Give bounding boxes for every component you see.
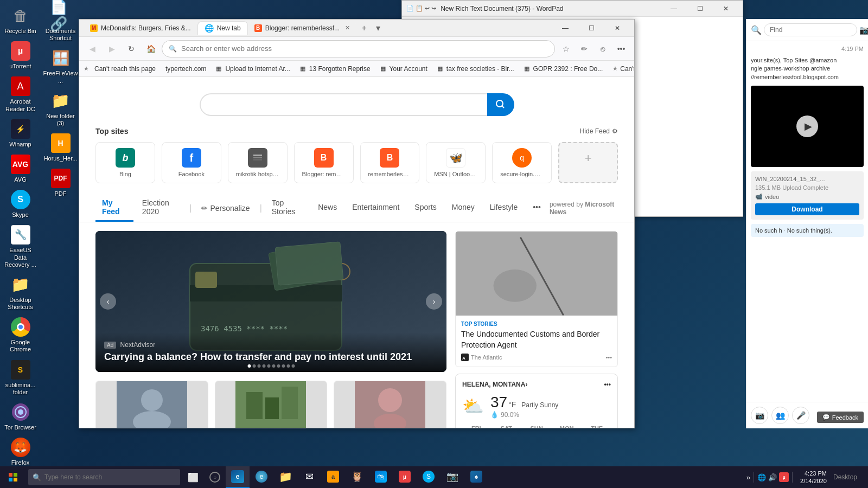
feed-tab-money[interactable]: Money bbox=[445, 198, 481, 217]
maximize-button[interactable]: ☐ bbox=[579, 20, 604, 37]
desktop-icon-google-chrome[interactable]: Google Chrome bbox=[1, 314, 40, 355]
desktop-icon-avg[interactable]: AVG AVG bbox=[1, 151, 40, 185]
feed-tab-election[interactable]: Election 2020 bbox=[136, 194, 186, 222]
desktop-icon-horus[interactable]: H Horus_Her... bbox=[41, 130, 80, 164]
tray-network-icon[interactable]: 🌐 bbox=[757, 473, 766, 481]
top-site-bing[interactable]: b Bing bbox=[95, 142, 155, 183]
wordpad-minimize[interactable]: — bbox=[661, 0, 686, 17]
tab-mcdonalds[interactable]: M McDonald's: Burgers, Fries &... bbox=[84, 22, 197, 34]
taskbar-clock[interactable]: 4:23 PM 2/14/2020 bbox=[796, 470, 831, 485]
taskbar-search-input[interactable] bbox=[44, 473, 176, 481]
address-input[interactable] bbox=[181, 44, 548, 53]
home-button[interactable]: 🏠 bbox=[142, 40, 159, 57]
bookmark-typertech[interactable]: typertech.com bbox=[161, 64, 210, 74]
top-site-secure-login[interactable]: q secure-login.attwi... bbox=[492, 142, 552, 183]
bookmark-gopr[interactable]: ▦ GOPR 2392 : Free Do... bbox=[520, 64, 608, 74]
tab-new-tab[interactable]: 🌐 New tab bbox=[197, 21, 248, 35]
close-button[interactable]: ✕ bbox=[605, 20, 630, 37]
small-news-card-2[interactable]: Outdoor scene article bbox=[215, 381, 328, 428]
feed-tab-more[interactable]: ••• bbox=[526, 198, 547, 217]
feed-tab-entertainment[interactable]: Entertainment bbox=[346, 198, 406, 217]
taskbar-app-camera[interactable]: 📷 bbox=[441, 466, 464, 488]
feed-tab-top-stories[interactable]: Top Stories bbox=[265, 194, 309, 222]
desktop-icon-skype[interactable]: S Skype bbox=[1, 187, 40, 221]
desktop-icon-easeus[interactable]: 🔧 EaseUS Data Recovery ... bbox=[1, 222, 40, 271]
top-site-msn[interactable]: 🦋 MSN | Outlook, O... bbox=[426, 142, 486, 183]
wordpad-close[interactable]: ✕ bbox=[713, 0, 738, 17]
small-news-card-3[interactable]: Person portrait article bbox=[334, 381, 446, 428]
refresh-button[interactable]: ↻ bbox=[123, 40, 140, 57]
desktop-icon-freefileview[interactable]: 🪟 FreeFileView... bbox=[41, 45, 80, 86]
desktop-icon-documents[interactable]: 📄🔗 Documents Shortcut bbox=[41, 3, 80, 44]
sidebar-camera-btn[interactable]: 📷 bbox=[751, 407, 768, 424]
desktop-icon-sublimina[interactable]: S sublimina... folder bbox=[1, 357, 40, 398]
feed-tab-sports[interactable]: Sports bbox=[408, 198, 443, 217]
minimize-button[interactable]: — bbox=[553, 20, 578, 37]
tray-utorrent-icon[interactable]: µ bbox=[779, 472, 789, 482]
start-button[interactable] bbox=[0, 466, 26, 488]
feedback-button[interactable]: 💬 Feedback bbox=[817, 412, 864, 423]
sidebar-mic-btn[interactable]: 🎤 bbox=[792, 407, 809, 424]
feed-tab-my-feed[interactable]: My Feed bbox=[95, 194, 133, 222]
bookmark-your-account[interactable]: ▦ Your Account bbox=[376, 64, 432, 74]
feed-tab-personalize[interactable]: ✏ Personalize bbox=[195, 200, 256, 217]
tray-desktop-text[interactable]: Desktop bbox=[833, 473, 857, 481]
notes-button[interactable]: ✏ bbox=[576, 40, 593, 57]
desktop-icon-winamp[interactable]: ⚡ Winamp bbox=[1, 116, 40, 150]
address-bar[interactable]: 🔍 bbox=[162, 40, 555, 57]
hide-feed-button[interactable]: Hide Feed ⚙ bbox=[580, 127, 618, 135]
taskbar-app-mail[interactable]: ✉ bbox=[297, 466, 321, 488]
desktop-icon-acrobat[interactable]: A Acrobat Reader DC bbox=[1, 73, 40, 114]
back-button[interactable]: ◀ bbox=[84, 40, 101, 57]
taskbar-app-edge[interactable]: e bbox=[226, 466, 250, 488]
taskbar-app-winstore[interactable]: 🛍 bbox=[369, 466, 393, 488]
wordpad-maximize[interactable]: ☐ bbox=[687, 0, 712, 17]
download-button[interactable]: Download bbox=[755, 203, 859, 215]
desktop-icon-utorrent[interactable]: µ uTorrent bbox=[1, 38, 40, 72]
taskbar-app-explorer[interactable]: 📁 bbox=[273, 466, 297, 488]
side-news-card[interactable]: TOP STORIES The Undocumented Customs and… bbox=[455, 231, 618, 367]
new-tab-button[interactable]: + bbox=[356, 21, 372, 36]
taskbar-app-tripadvisor[interactable]: 🦉 bbox=[345, 466, 369, 488]
weather-location[interactable]: HELENA, MONTANA › ••• bbox=[462, 381, 611, 388]
bookmark-tax-free[interactable]: ▦ tax free societies - Bir... bbox=[433, 64, 519, 74]
bookmark-cant-reach[interactable]: Can't reach this page bbox=[90, 64, 160, 74]
tab-blogger[interactable]: B Blogger: rememberlessf... ✕ bbox=[248, 22, 356, 34]
settings-button[interactable]: ••• bbox=[612, 40, 630, 57]
bing-search-button[interactable] bbox=[487, 93, 514, 116]
play-button[interactable]: ▶ bbox=[796, 115, 818, 137]
show-desktop-button[interactable] bbox=[859, 466, 864, 488]
sidebar-search-input[interactable] bbox=[764, 23, 857, 36]
weather-more-button[interactable]: ••• bbox=[604, 381, 611, 388]
tab-dropdown[interactable]: ▾ bbox=[372, 21, 385, 36]
bing-search-input[interactable] bbox=[200, 93, 487, 116]
desktop-icon-pdf[interactable]: PDF PDF bbox=[41, 165, 80, 200]
taskbar-app-amazon[interactable]: a bbox=[321, 466, 345, 488]
taskbar-app-skype[interactable]: S bbox=[417, 466, 441, 488]
top-site-blogger1[interactable]: B Blogger: rememb... bbox=[294, 142, 354, 183]
taskbar-app-ie[interactable]: e bbox=[250, 466, 273, 488]
sidebar-contacts-btn[interactable]: 👥 bbox=[771, 407, 789, 424]
desktop-icon-tor-browser[interactable]: Tor Browser bbox=[1, 399, 40, 433]
side-news-more-button[interactable]: ••• bbox=[605, 354, 612, 361]
forward-button[interactable]: ▶ bbox=[103, 40, 120, 57]
taskbar-app-utorrent[interactable]: µ bbox=[393, 466, 417, 488]
desktop-icon-firefox[interactable]: 🦊 Firefox bbox=[1, 434, 40, 468]
feed-tab-lifestyle[interactable]: Lifestyle bbox=[483, 198, 524, 217]
sidebar-camera-icon[interactable]: 📷 bbox=[859, 25, 868, 35]
top-site-facebook[interactable]: f Facebook bbox=[162, 142, 221, 183]
tray-arrow[interactable]: » bbox=[746, 473, 750, 481]
close-blogger-tab[interactable]: ✕ bbox=[345, 24, 350, 31]
desktop-icon-recycle-bin[interactable]: 🗑 Recycle Bin bbox=[1, 3, 40, 37]
top-site-rememberlessfool[interactable]: B rememberlessfool bbox=[360, 142, 420, 183]
favorites-button[interactable]: ☆ bbox=[557, 40, 575, 57]
feed-tab-news[interactable]: News bbox=[311, 198, 343, 217]
bookmark-upload[interactable]: ▦ Upload to Internet Ar... bbox=[212, 64, 294, 74]
taskview-button[interactable]: ⬜ bbox=[182, 466, 204, 488]
bookmark-13-forgotten[interactable]: ▦ 13 Forgotten Reprise bbox=[296, 64, 375, 74]
sidebar-video[interactable]: ▶ bbox=[751, 86, 864, 167]
share-button[interactable]: ⎋ bbox=[594, 40, 611, 57]
carousel-prev-button[interactable]: ‹ bbox=[100, 293, 116, 310]
bookmark-cant-reach-2[interactable]: ★ Can't reach this pag... bbox=[608, 64, 634, 74]
cortana-button[interactable]: ○ bbox=[204, 466, 226, 488]
